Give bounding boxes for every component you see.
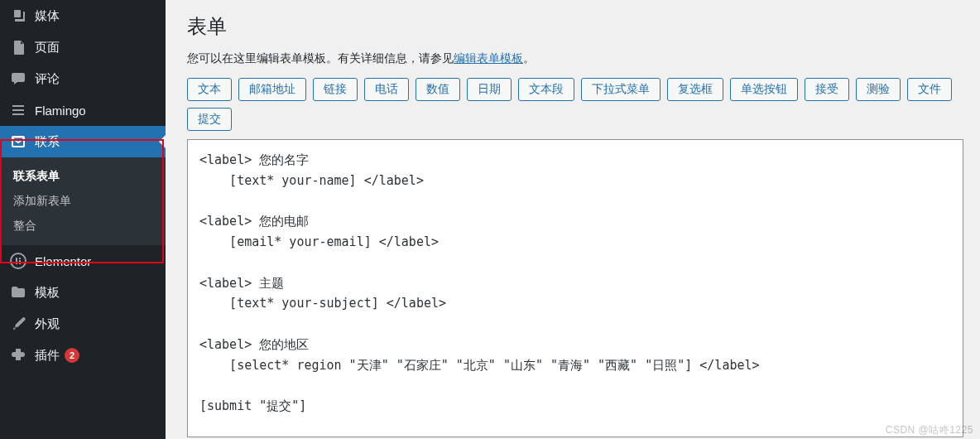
tag-file[interactable]: 文件 [907, 78, 952, 101]
sidebar-item-label: 联系 [35, 134, 60, 150]
submenu-item-contact-forms[interactable]: 联系表单 [0, 164, 166, 189]
main-content: 表单 您可以在这里编辑表单模板。有关详细信息，请参见编辑表单模板。 文本 邮箱地… [166, 0, 980, 439]
comment-icon [10, 70, 26, 87]
plugin-icon [10, 347, 26, 364]
sidebar-item-contact[interactable]: 联系 [0, 126, 166, 157]
sidebar-item-plugins[interactable]: 插件 2 [0, 340, 166, 371]
tag-quiz[interactable]: 测验 [856, 78, 901, 101]
tag-radio[interactable]: 单选按钮 [730, 78, 798, 101]
tag-generator-row: 文本 邮箱地址 链接 电话 数值 日期 文本段 下拉式菜单 复选框 单选按钮 接… [187, 78, 963, 131]
admin-sidebar: 媒体 页面 评论 Flamingo 联系 联系表单 添加新表单 整合 Eleme… [0, 0, 166, 439]
sidebar-item-appearance[interactable]: 外观 [0, 308, 166, 340]
sidebar-item-label: 媒体 [35, 8, 60, 24]
sidebar-item-label: 页面 [35, 40, 60, 55]
tag-email[interactable]: 邮箱地址 [238, 78, 306, 101]
folder-icon [10, 284, 26, 301]
svg-point-0 [11, 253, 26, 268]
elementor-icon [10, 253, 26, 269]
sidebar-item-label: 模板 [35, 285, 60, 301]
brush-icon [10, 316, 26, 332]
sidebar-item-elementor[interactable]: Elementor [0, 245, 166, 277]
watermark: CSDN @咕咚1225 [886, 423, 973, 437]
tag-url[interactable]: 链接 [313, 78, 358, 101]
doc-link[interactable]: 编辑表单模板 [454, 51, 523, 65]
sidebar-item-flamingo[interactable]: Flamingo [0, 94, 166, 126]
tag-acceptance[interactable]: 接受 [805, 78, 849, 101]
tag-checkbox[interactable]: 复选框 [667, 78, 723, 101]
media-icon [10, 7, 26, 24]
sidebar-item-label: Elementor [35, 254, 91, 268]
tag-tel[interactable]: 电话 [364, 78, 409, 101]
sidebar-item-label: 插件 [35, 348, 60, 364]
tag-textarea[interactable]: 文本段 [518, 78, 574, 101]
sidebar-item-templates[interactable]: 模板 [0, 277, 166, 308]
page-icon [10, 39, 26, 55]
sidebar-item-label: 评论 [35, 71, 60, 87]
tag-text[interactable]: 文本 [187, 78, 232, 101]
tag-number[interactable]: 数值 [416, 78, 460, 101]
sidebar-item-label: Flamingo [35, 104, 86, 118]
sidebar-item-label: 外观 [35, 316, 60, 332]
tag-date[interactable]: 日期 [467, 78, 512, 101]
submenu-item-integration[interactable]: 整合 [0, 214, 166, 239]
submenu-item-add-new[interactable]: 添加新表单 [0, 189, 166, 214]
sidebar-item-comments[interactable]: 评论 [0, 63, 166, 94]
sidebar-item-pages[interactable]: 页面 [0, 31, 166, 63]
plugins-badge: 2 [65, 348, 79, 363]
contact-submenu: 联系表单 添加新表单 整合 [0, 157, 166, 245]
mail-icon [10, 133, 26, 150]
tag-submit[interactable]: 提交 [187, 108, 232, 131]
panel-description: 您可以在这里编辑表单模板。有关详细信息，请参见编辑表单模板。 [187, 51, 963, 66]
flamingo-icon [10, 102, 26, 118]
form-template-editor[interactable] [187, 139, 963, 437]
panel-title: 表单 [187, 13, 963, 40]
sidebar-item-media[interactable]: 媒体 [0, 0, 166, 31]
tag-select[interactable]: 下拉式菜单 [581, 78, 661, 101]
